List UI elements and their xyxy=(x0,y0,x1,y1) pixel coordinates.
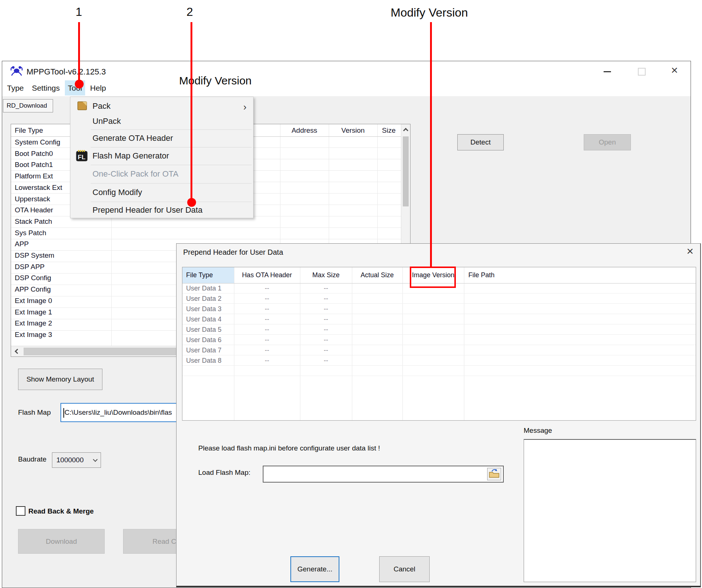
load-flash-map-input[interactable] xyxy=(263,466,504,483)
flash-map-value: C:\Users\liz_liu\Downloads\bin\flas xyxy=(64,408,172,416)
menu-separator xyxy=(91,165,252,165)
read-back-merge-label: Read Back & Merge xyxy=(28,507,94,515)
scroll-up-icon[interactable] xyxy=(401,124,410,135)
menu-item-label: Prepend Header for User Data xyxy=(92,205,202,215)
window-title: MPPGTool-v6.2.125.3 xyxy=(27,67,106,77)
scroll-left-icon[interactable] xyxy=(12,346,23,356)
cell-file-type: User Data 8 xyxy=(186,355,221,366)
flash-map-label: Flash Map xyxy=(18,408,51,417)
generate-button[interactable]: Generate... xyxy=(290,556,339,582)
cell-has-ota: -- xyxy=(234,314,300,324)
detect-button[interactable]: Detect xyxy=(457,134,504,150)
cell-has-ota: -- xyxy=(234,304,300,314)
cell-has-ota: -- xyxy=(234,355,300,366)
close-icon[interactable]: × xyxy=(671,63,678,77)
close-icon[interactable]: × xyxy=(687,244,694,258)
column-header-file-type[interactable]: File Type xyxy=(15,124,43,136)
menu-separator xyxy=(91,202,252,202)
column-header-version[interactable]: Version xyxy=(329,124,377,136)
menu-item-prepend-header[interactable]: Prepend Header for User Data xyxy=(70,202,253,218)
menu-item-unpack[interactable]: UnPack xyxy=(70,114,253,129)
cell-has-ota: -- xyxy=(234,335,300,345)
baudrate-value: 1000000 xyxy=(56,456,84,464)
cell-max-size: -- xyxy=(300,314,352,324)
submenu-arrow-icon: › xyxy=(243,101,247,113)
cell-max-size: -- xyxy=(300,283,352,293)
baudrate-select[interactable]: 1000000 xyxy=(52,452,101,468)
baudrate-label: Baudrate xyxy=(18,455,46,463)
column-header-actual-size[interactable]: Actual Size xyxy=(352,267,402,283)
menu-help[interactable]: Help xyxy=(87,80,109,95)
annotation-modify-version-side: Modify Version xyxy=(179,74,252,87)
column-header-file-path[interactable]: File Path xyxy=(468,267,495,283)
annotation-modify-version-top: Modify Version xyxy=(391,6,468,20)
cell-max-size: -- xyxy=(300,355,352,366)
prepend-header-dialog: Prepend Header for User Data × File Type… xyxy=(176,243,701,587)
browse-button[interactable] xyxy=(487,468,501,480)
menu-item-label: Config Modify xyxy=(92,188,142,197)
menu-item-label: Pack xyxy=(92,101,111,111)
cell-max-size: -- xyxy=(300,335,352,345)
read-back-merge-checkbox[interactable] xyxy=(16,506,25,516)
cell-file-type: User Data 1 xyxy=(186,283,221,293)
tool-dropdown-menu: Pack › UnPack Generate OTA Header FL Fla… xyxy=(70,97,254,218)
annotation-rect-image-version xyxy=(410,267,456,288)
menu-type[interactable]: Type xyxy=(4,80,27,95)
table-row[interactable]: User Data 5---- xyxy=(182,324,696,335)
cell-max-size: -- xyxy=(300,345,352,355)
screenshot-canvas: MPPGTool-v6.2.125.3 × Type Settings Tool… xyxy=(0,0,702,588)
app-icon xyxy=(10,65,24,78)
table-row[interactable]: User Data 7---- xyxy=(182,345,696,355)
annotation-dot-2 xyxy=(187,198,196,207)
chevron-down-icon xyxy=(93,457,98,462)
minimize-icon[interactable] xyxy=(604,71,611,72)
menu-item-label: One-Click Pack for OTA xyxy=(92,169,178,179)
scrollbar-thumb[interactable] xyxy=(403,136,409,206)
column-header-address[interactable]: Address xyxy=(280,124,329,136)
table-row[interactable]: User Data 2---- xyxy=(182,293,696,304)
column-header-size[interactable]: Size xyxy=(377,124,400,136)
menu-separator xyxy=(91,147,252,147)
cell-file-type: User Data 4 xyxy=(186,314,221,324)
cell-file-type: User Data 3 xyxy=(186,304,221,314)
menu-settings[interactable]: Settings xyxy=(29,80,63,95)
annotation-line-1 xyxy=(78,22,80,84)
column-header-file-type[interactable]: File Type xyxy=(186,267,213,283)
cell-max-size: -- xyxy=(300,293,352,304)
column-header-max-size[interactable]: Max Size xyxy=(300,267,352,283)
text-caret xyxy=(63,408,64,418)
menu-item-flash-map-generator[interactable]: Flash Map Generator xyxy=(70,148,253,164)
table-row[interactable]: User Data 3---- xyxy=(182,304,696,314)
show-memory-layout-button[interactable]: Show Memory Layout xyxy=(18,369,102,390)
menu-item-label: Generate OTA Header xyxy=(92,133,173,143)
menu-separator xyxy=(91,183,252,184)
tab-rd-download[interactable]: RD_Download xyxy=(3,99,53,112)
cell-max-size: -- xyxy=(300,304,352,314)
maximize-icon[interactable] xyxy=(638,68,646,76)
annotation-step-1: 1 xyxy=(76,5,82,19)
message-box[interactable] xyxy=(524,439,696,582)
annotation-line-modify-version xyxy=(430,22,432,267)
menu-item-label: UnPack xyxy=(92,116,121,126)
dialog-title: Prepend Header for User Data xyxy=(183,248,283,257)
menu-bar: Type Settings Tool Help xyxy=(2,80,691,96)
menu-item-generate-ota-header[interactable]: Generate OTA Header xyxy=(70,130,253,146)
menu-item-config-modify[interactable]: Config Modify xyxy=(70,184,253,201)
table-row[interactable]: User Data 8---- xyxy=(182,355,696,366)
cancel-button[interactable]: Cancel xyxy=(379,556,430,582)
column-header-has-ota[interactable]: Has OTA Header xyxy=(234,267,300,283)
table-row[interactable]: User Data 4---- xyxy=(182,314,696,324)
cell-has-ota: -- xyxy=(234,293,300,304)
load-flash-map-label: Load Flash Map: xyxy=(198,469,251,477)
menu-separator xyxy=(91,129,252,130)
open-button[interactable]: Open xyxy=(584,134,631,150)
menu-item-pack[interactable]: Pack › xyxy=(70,98,253,114)
cell-file-type: User Data 7 xyxy=(186,345,221,355)
annotation-line-2 xyxy=(191,22,192,202)
cell-file-type: User Data 2 xyxy=(186,293,221,304)
download-button[interactable]: Download xyxy=(18,529,105,554)
cell-has-ota: -- xyxy=(234,324,300,335)
table-row[interactable]: Sys Patch xyxy=(11,227,401,239)
table-row[interactable]: User Data 6---- xyxy=(182,335,696,345)
message-label: Message xyxy=(524,427,552,435)
